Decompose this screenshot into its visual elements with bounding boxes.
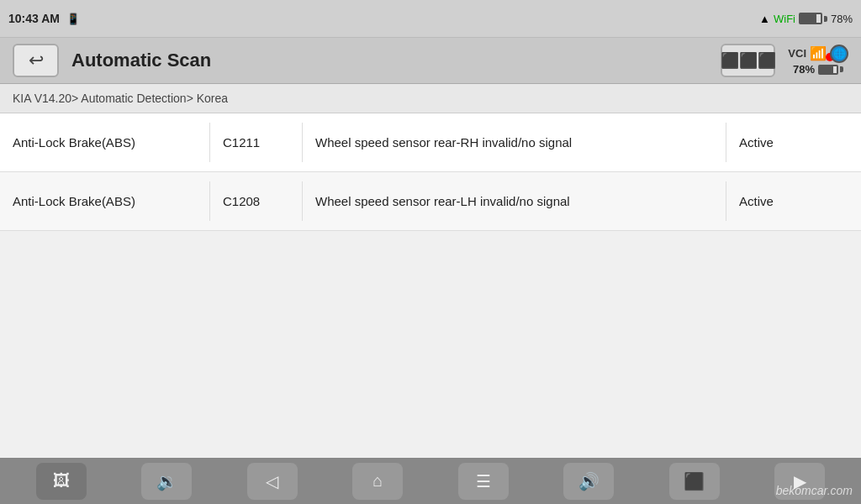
status-time: 10:43 AM bbox=[8, 12, 60, 25]
battery-indicator bbox=[799, 13, 827, 24]
status-icons: 📱 bbox=[66, 13, 80, 25]
volume-up-button[interactable]: 🔊 bbox=[563, 463, 614, 500]
battery-percentage: 78% bbox=[831, 13, 853, 25]
vci-battery-fill bbox=[820, 66, 833, 73]
bottom-navigation-bar: 🖼 🔉 ◁ ⌂ ☰ 🔊 ⬛ ▶ bekomcar.com bbox=[0, 458, 861, 504]
page-title: Automatic Scan bbox=[71, 50, 708, 71]
back-nav-button[interactable]: ◁ bbox=[247, 463, 298, 500]
table-row: Anti-Lock Brake(ABS) C1211 Wheel speed s… bbox=[0, 113, 861, 172]
system-cell-1: Anti-Lock Brake(ABS) bbox=[0, 123, 210, 162]
status-cell-1: Active bbox=[726, 123, 861, 162]
volume-down-button[interactable]: 🔉 bbox=[141, 463, 192, 500]
globe-container: 🌐 bbox=[830, 45, 848, 61]
globe-icon: 🌐 bbox=[830, 45, 848, 63]
vci-battery-icon bbox=[818, 65, 843, 75]
vci-battery-text: 78% bbox=[793, 63, 815, 76]
desc-cell-2: Wheel speed sensor rear-LH invalid/no si… bbox=[303, 181, 726, 221]
breadcrumb: KIA V14.20> Automatic Detection> Korea bbox=[0, 84, 861, 113]
breadcrumb-path: KIA V14.20> Automatic Detection> Korea bbox=[13, 92, 228, 105]
chat-icon: ⬛⬛⬛ bbox=[721, 51, 776, 70]
status-left: 10:43 AM 📱 bbox=[8, 12, 80, 25]
chat-button[interactable]: ⬛⬛⬛ bbox=[721, 44, 775, 77]
status-cell-2: Active bbox=[726, 181, 861, 221]
back-icon: ↩ bbox=[29, 50, 44, 71]
results-table: Anti-Lock Brake(ABS) C1211 Wheel speed s… bbox=[0, 113, 861, 231]
vci-label: VCI bbox=[788, 47, 806, 60]
code-cell-1: C1211 bbox=[210, 123, 303, 162]
status-badge-1: Active bbox=[739, 135, 774, 150]
vci-block: VCI 📶 🌐 78% bbox=[788, 45, 848, 76]
vci-wifi-icon: 📶 bbox=[810, 45, 827, 61]
desc-cell-1: Wheel speed sensor rear-RH invalid/no si… bbox=[303, 123, 726, 162]
status-badge-2: Active bbox=[739, 194, 774, 208]
status-bar: 10:43 AM 📱 ▲ WiFi 78% bbox=[0, 0, 861, 38]
code-cell-2: C1208 bbox=[210, 181, 303, 221]
battery-fill bbox=[800, 14, 816, 23]
gallery-button[interactable]: 🖼 bbox=[36, 463, 87, 500]
screen-icon: ⬛ bbox=[684, 471, 705, 491]
header: ↩ Automatic Scan ⬛⬛⬛ VCI 📶 🌐 78% bbox=[0, 38, 861, 84]
vci-battery-body bbox=[818, 65, 838, 75]
volume-up-icon: 🔊 bbox=[578, 471, 600, 491]
wifi-status-icon: WiFi bbox=[774, 13, 795, 25]
status-right: ▲ WiFi 78% bbox=[759, 13, 853, 25]
battery-tip bbox=[824, 16, 827, 22]
vci-row: VCI 📶 🌐 bbox=[788, 45, 848, 61]
table-row: Anti-Lock Brake(ABS) C1208 Wheel speed s… bbox=[0, 172, 861, 231]
menu-icon: ☰ bbox=[476, 471, 491, 491]
battery-body bbox=[799, 13, 822, 24]
signal-icon: ▲ bbox=[759, 13, 770, 25]
vci-battery-pct: 78% bbox=[793, 61, 843, 76]
watermark: bekomcar.com bbox=[776, 484, 853, 497]
home-icon: ⌂ bbox=[372, 471, 383, 491]
volume-down-icon: 🔉 bbox=[156, 471, 177, 491]
home-button[interactable]: ⌂ bbox=[352, 463, 403, 500]
back-button[interactable]: ↩ bbox=[13, 44, 59, 77]
vci-battery-tip bbox=[840, 66, 843, 72]
system-cell-2: Anti-Lock Brake(ABS) bbox=[0, 181, 210, 221]
back-nav-icon: ◁ bbox=[266, 471, 278, 491]
menu-button[interactable]: ☰ bbox=[458, 463, 509, 500]
gallery-icon: 🖼 bbox=[53, 471, 70, 491]
screen-record-button[interactable]: ⬛ bbox=[669, 463, 720, 500]
